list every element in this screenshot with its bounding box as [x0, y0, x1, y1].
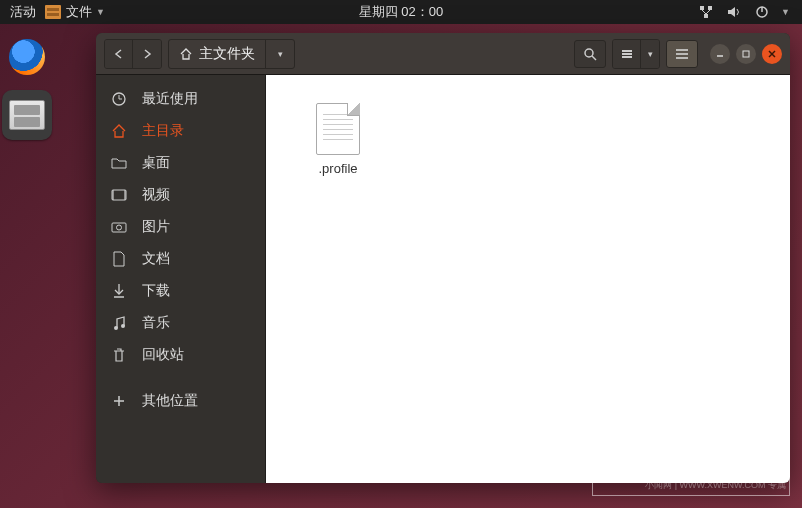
path-bar: 主文件夹 ▾: [168, 39, 295, 69]
forward-button[interactable]: [133, 40, 161, 68]
sidebar-item-label: 最近使用: [142, 90, 198, 108]
sidebar-item-desktop[interactable]: 桌面: [96, 147, 265, 179]
svg-line-6: [702, 10, 706, 14]
folder-icon: [110, 154, 128, 172]
chevron-down-icon[interactable]: ▼: [781, 7, 790, 17]
download-icon: [110, 282, 128, 300]
path-segment-home[interactable]: 主文件夹: [169, 40, 266, 68]
svg-rect-29: [112, 223, 126, 232]
svg-rect-5: [708, 6, 712, 10]
sidebar-item-pictures[interactable]: 图片: [96, 211, 265, 243]
svg-rect-20: [743, 51, 749, 57]
network-icon[interactable]: [697, 3, 715, 21]
file-item[interactable]: .profile: [298, 103, 378, 176]
sidebar-item-other[interactable]: 其他位置: [96, 385, 265, 417]
sidebar-item-videos[interactable]: 视频: [96, 179, 265, 211]
sidebar-item-label: 回收站: [142, 346, 184, 364]
dock-firefox[interactable]: [2, 32, 52, 82]
sidebar-item-documents[interactable]: 文档: [96, 243, 265, 275]
chevron-down-icon: ▾: [278, 49, 283, 59]
firefox-icon: [9, 39, 45, 75]
svg-rect-2: [47, 13, 59, 16]
volume-icon[interactable]: [725, 3, 743, 21]
sidebar-item-label: 主目录: [142, 122, 184, 140]
app-menu[interactable]: 文件 ▼: [44, 3, 105, 21]
video-icon: [110, 186, 128, 204]
sidebar-item-downloads[interactable]: 下载: [96, 275, 265, 307]
content-pane[interactable]: .profile: [266, 75, 790, 483]
minimize-button[interactable]: [710, 44, 730, 64]
music-icon: [110, 314, 128, 332]
svg-rect-1: [47, 8, 59, 11]
sidebar-item-label: 桌面: [142, 154, 170, 172]
svg-rect-26: [112, 190, 126, 200]
sidebar-item-label: 音乐: [142, 314, 170, 332]
close-button[interactable]: [762, 44, 782, 64]
file-manager-window: 主文件夹 ▾ ▾ 最近使用 主目录: [96, 33, 790, 483]
svg-point-11: [585, 49, 593, 57]
svg-rect-13: [622, 50, 632, 52]
dock-files[interactable]: [2, 90, 52, 140]
svg-rect-27: [112, 190, 114, 200]
activities-button[interactable]: 活动: [10, 3, 36, 21]
titlebar: 主文件夹 ▾ ▾: [96, 33, 790, 75]
sidebar-item-music[interactable]: 音乐: [96, 307, 265, 339]
svg-line-12: [592, 56, 596, 60]
sidebar-item-label: 文档: [142, 250, 170, 268]
dock: [2, 28, 58, 140]
svg-point-30: [117, 225, 122, 230]
trash-icon: [110, 346, 128, 364]
svg-marker-8: [728, 7, 735, 17]
chevron-down-icon: ▾: [648, 49, 653, 59]
sidebar: 最近使用 主目录 桌面 视频 图片 文档: [96, 75, 266, 483]
svg-point-34: [121, 324, 125, 328]
svg-rect-4: [704, 14, 708, 18]
svg-rect-14: [622, 53, 632, 55]
power-icon[interactable]: [753, 3, 771, 21]
svg-rect-0: [45, 5, 61, 19]
file-name: .profile: [298, 161, 378, 176]
sidebar-item-label: 视频: [142, 186, 170, 204]
svg-rect-15: [622, 56, 632, 58]
svg-line-7: [706, 10, 710, 14]
text-file-icon: [316, 103, 360, 155]
path-label: 主文件夹: [199, 45, 255, 63]
clock-icon: [110, 90, 128, 108]
sidebar-item-label: 下载: [142, 282, 170, 300]
top-panel: 活动 文件 ▼ 星期四 02：00 ▼: [0, 0, 802, 24]
nav-group: [104, 39, 162, 69]
file-manager-icon: [44, 3, 62, 21]
home-icon: [179, 47, 193, 61]
chevron-down-icon: ▼: [96, 7, 105, 17]
camera-icon: [110, 218, 128, 236]
svg-rect-28: [124, 190, 126, 200]
clock[interactable]: 星期四 02：00: [359, 3, 444, 21]
svg-rect-3: [700, 6, 704, 10]
sidebar-item-recent[interactable]: 最近使用: [96, 83, 265, 115]
sidebar-item-label: 其他位置: [142, 392, 198, 410]
search-button[interactable]: [574, 40, 606, 68]
maximize-button[interactable]: [736, 44, 756, 64]
plus-icon: [110, 392, 128, 410]
hamburger-menu[interactable]: [666, 40, 698, 68]
document-icon: [110, 250, 128, 268]
sidebar-item-trash[interactable]: 回收站: [96, 339, 265, 371]
app-menu-label: 文件: [66, 3, 92, 21]
svg-point-33: [114, 326, 118, 330]
view-list-button[interactable]: [613, 40, 641, 68]
back-button[interactable]: [105, 40, 133, 68]
file-manager-icon: [9, 100, 45, 130]
sidebar-item-home[interactable]: 主目录: [96, 115, 265, 147]
path-dropdown[interactable]: ▾: [266, 40, 294, 68]
sidebar-item-label: 图片: [142, 218, 170, 236]
view-dropdown[interactable]: ▾: [641, 40, 659, 68]
home-icon: [110, 122, 128, 140]
